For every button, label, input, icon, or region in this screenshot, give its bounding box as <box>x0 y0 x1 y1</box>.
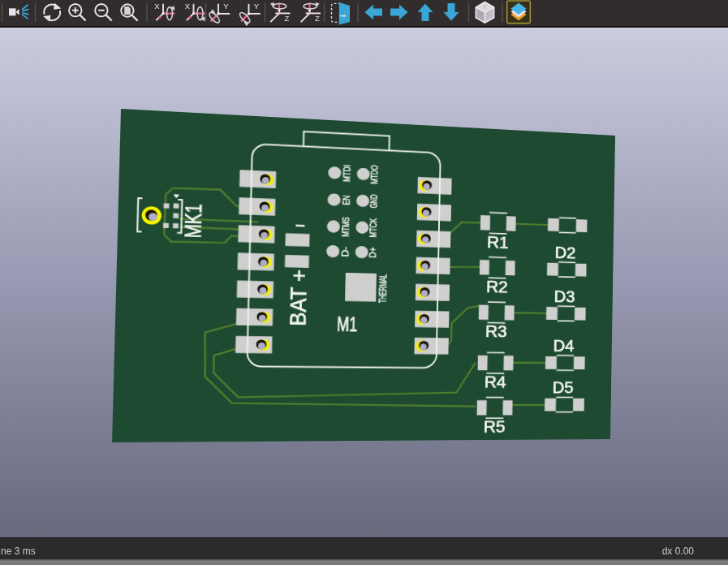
svg-text:R2: R2 <box>486 277 508 295</box>
svg-text:Z: Z <box>284 14 289 23</box>
svg-text:Z: Z <box>315 14 320 23</box>
svg-text:X: X <box>154 2 160 11</box>
svg-text:R1: R1 <box>487 232 509 252</box>
svg-text:R3: R3 <box>485 322 507 341</box>
svg-text:MTCK: MTCK <box>368 218 379 238</box>
svg-text:MTMS: MTMS <box>340 217 351 237</box>
svg-text:D3: D3 <box>554 287 575 306</box>
svg-text:D2: D2 <box>554 243 575 261</box>
svg-text:D5: D5 <box>552 378 573 397</box>
svg-text:THERMAL: THERMAL <box>377 274 389 303</box>
svg-text:X: X <box>185 2 191 11</box>
svg-text:D+: D+ <box>368 247 378 258</box>
svg-text:Y: Y <box>223 2 229 11</box>
svg-text:D4: D4 <box>553 336 574 355</box>
svg-text:MTDI: MTDI <box>342 164 353 182</box>
svg-text:R4: R4 <box>485 373 506 391</box>
svg-text:M1: M1 <box>337 313 358 336</box>
svg-text:R5: R5 <box>484 417 506 436</box>
svg-text:D-: D- <box>340 247 351 257</box>
svg-text:EN: EN <box>341 195 352 205</box>
svg-text:MK1: MK1 <box>179 203 206 238</box>
svg-text:Y: Y <box>254 2 260 11</box>
svg-text:MTDO: MTDO <box>369 165 381 184</box>
svg-text:GND: GND <box>368 194 380 209</box>
svg-text:BAT +: BAT + <box>285 270 312 326</box>
